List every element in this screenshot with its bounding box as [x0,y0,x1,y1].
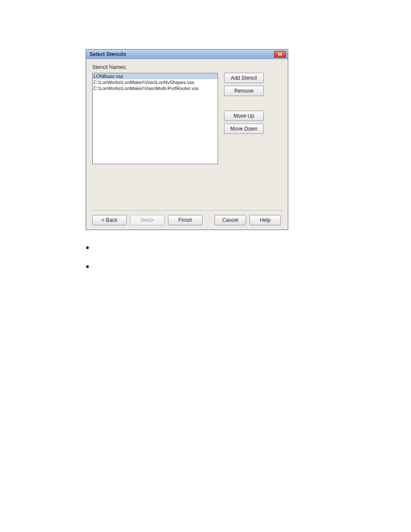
help-button[interactable]: Help [249,215,281,225]
dialog-body: Stencil Names: LONBasic.vss C:\LonWorks\… [86,59,288,230]
spacer [92,168,282,210]
cancel-button[interactable]: Cancel [215,215,246,225]
bullet-icon [86,265,89,268]
back-button[interactable]: < Back [92,215,127,225]
wizard-nav-group: < Back Next> Finish [92,215,202,225]
move-up-button[interactable]: Move Up [224,111,264,121]
footer-separator [92,210,282,211]
stencil-listbox[interactable]: LONBasic.vss C:\LonWorks\LonMaker\Visio\… [92,73,218,164]
close-icon [278,53,282,56]
bullet-icon [86,246,89,249]
list-item[interactable]: LONBasic.vss [93,73,218,79]
titlebar: Select Stencils [86,50,288,59]
next-button[interactable]: Next> [130,215,165,225]
list-item[interactable]: C:\LonWorks\LonMaker\Visio\LonNvShapes.v… [93,79,218,85]
list-item[interactable]: C:\LonWorks\LonMaker\Visio\Multi-PortRou… [93,85,218,91]
close-button[interactable] [274,51,286,58]
add-stencil-button[interactable]: Add Stencil [224,73,264,83]
side-button-column: Add Stencil Remove Move Up Move Down [224,73,264,164]
move-down-button[interactable]: Move Down [224,124,264,134]
dialog-footer: < Back Next> Finish Cancel Help [92,215,282,225]
content-row: LONBasic.vss C:\LonWorks\LonMaker\Visio\… [92,73,282,164]
select-stencils-dialog: Select Stencils Stencil Names: LONBasic.… [86,49,288,230]
button-gap [224,99,264,108]
stencil-names-label: Stencil Names: [92,64,282,70]
remove-button[interactable]: Remove [224,86,264,96]
bullet-list [86,246,89,284]
finish-button[interactable]: Finish [168,215,202,225]
dialog-title: Select Stencils [90,51,126,57]
